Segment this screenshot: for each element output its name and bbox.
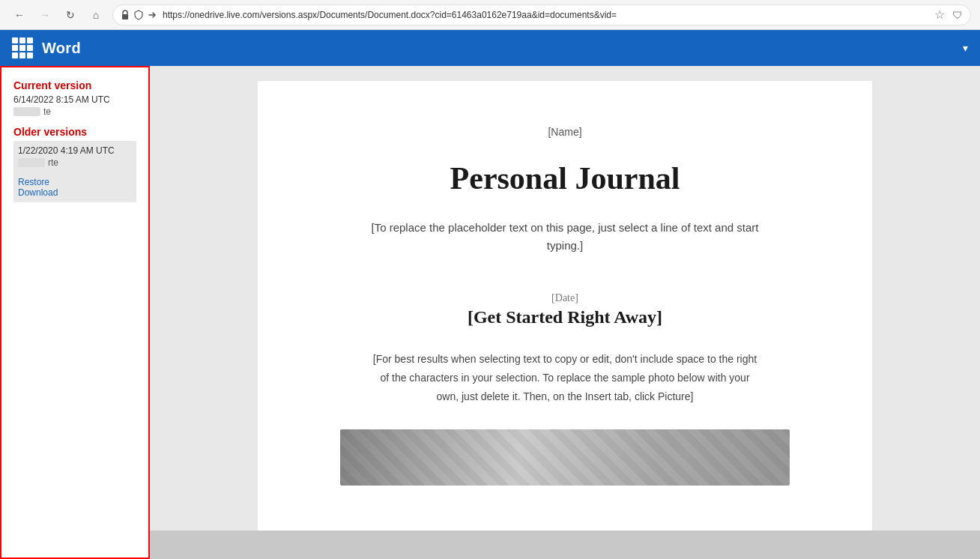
doc-instruction: [To replace the placeholder text on this… <box>370 219 760 255</box>
browser-chrome: ← → ↻ ⌂ https://onedrive.live.com/versio… <box>0 0 980 30</box>
url-text: https://onedrive.live.com/versions.aspx/… <box>163 10 924 20</box>
word-header: Word ▾ <box>0 30 980 66</box>
current-user-suffix: te <box>43 106 51 117</box>
waffle-dot <box>27 45 33 51</box>
waffle-dot <box>19 37 25 43</box>
home-button[interactable]: ⌂ <box>85 4 106 25</box>
forward-button[interactable]: → <box>34 4 55 25</box>
waffle-dot <box>19 52 25 58</box>
older-version-date: 1/22/2020 4:19 AM UTC <box>18 145 132 156</box>
address-bar[interactable]: https://onedrive.live.com/versions.aspx/… <box>112 4 971 25</box>
waffle-dot <box>27 52 33 58</box>
back-button[interactable]: ← <box>9 4 30 25</box>
older-version-user: rte <box>18 157 132 168</box>
doc-note: [For best results when selecting text to… <box>370 350 760 407</box>
doc-title: Personal Journal <box>450 160 680 196</box>
older-user-suffix: rte <box>48 157 58 168</box>
waffle-dot <box>12 37 18 43</box>
bottom-strip <box>150 531 980 559</box>
current-version-user: te <box>13 106 136 117</box>
profile-button[interactable]: 🛡 <box>952 9 963 21</box>
redacted-user-current <box>13 107 40 116</box>
doc-date-placeholder: [Date] <box>551 292 578 304</box>
app-title: Word <box>42 40 81 57</box>
waffle-dot <box>27 37 33 43</box>
download-link[interactable]: Download <box>18 187 132 198</box>
refresh-button[interactable]: ↻ <box>60 4 81 25</box>
waffle-dot <box>12 52 18 58</box>
waffle-dot <box>19 45 25 51</box>
waffle-dot <box>12 45 18 51</box>
svg-rect-0 <box>122 14 128 19</box>
main-area: Current version 6/14/2022 8:15 AM UTC te… <box>0 66 980 559</box>
redacted-user-older <box>18 158 45 167</box>
restore-link[interactable]: Restore <box>18 177 132 187</box>
waffle-icon[interactable] <box>12 37 33 58</box>
current-version-date: 6/14/2022 8:15 AM UTC <box>13 94 136 105</box>
lock-icon <box>121 10 130 20</box>
redirect-icon <box>148 10 158 20</box>
doc-image-placeholder <box>340 429 790 486</box>
bookmark-button[interactable]: ☆ <box>934 7 945 22</box>
doc-subtitle: [Get Started Right Away] <box>468 307 662 327</box>
nav-buttons: ← → ↻ ⌂ <box>9 4 106 25</box>
older-versions-label: Older versions <box>13 126 136 138</box>
document-page: [Name] Personal Journal [To replace the … <box>258 81 872 531</box>
doc-name-placeholder: [Name] <box>548 126 581 138</box>
document-area: [Name] Personal Journal [To replace the … <box>150 66 980 559</box>
header-chevron[interactable]: ▾ <box>963 42 968 54</box>
older-version-item: 1/22/2020 4:19 AM UTC rte Restore Downlo… <box>13 141 136 202</box>
versions-sidebar: Current version 6/14/2022 8:15 AM UTC te… <box>0 66 150 559</box>
shield-icon <box>134 10 143 20</box>
current-version-label: Current version <box>13 79 136 91</box>
